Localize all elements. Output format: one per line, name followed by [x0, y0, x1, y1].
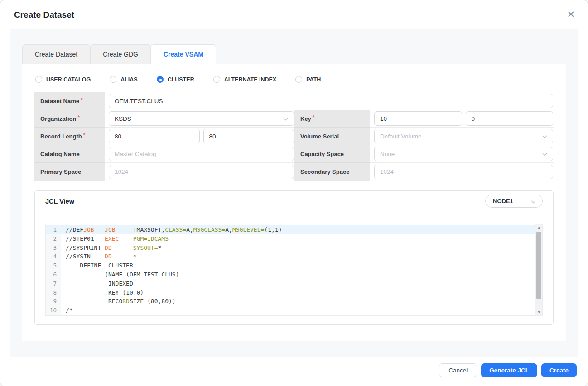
dialog-body-panel: Create Dataset Create GDG Create VSAM US…	[10, 29, 578, 357]
secondary-space-label: Secondary Space	[294, 163, 370, 181]
scrollbar-thumb[interactable]	[536, 232, 541, 299]
key-offset-input[interactable]	[466, 111, 554, 126]
tab-create-vsam[interactable]: Create VSAM	[151, 44, 216, 64]
tab-create-dataset[interactable]: Create Dataset	[22, 44, 90, 64]
line-number: 3	[46, 243, 61, 253]
key-label: Key*	[294, 110, 370, 128]
line-number: 1	[46, 225, 61, 234]
required-asterisk: *	[81, 97, 83, 103]
primary-space-input[interactable]	[109, 165, 294, 179]
node-select[interactable]: NODE1	[485, 195, 543, 208]
line-number: 2	[46, 234, 61, 243]
record-length-cell	[105, 128, 294, 145]
radio-circle-icon	[213, 76, 220, 83]
jcl-code-line[interactable]: 3//SYSPRINT DD SYSOUT=*	[46, 243, 535, 253]
line-number: 7	[46, 279, 61, 288]
secondary-space-cell	[370, 163, 554, 181]
chevron-down-icon	[542, 132, 547, 140]
code-text: RECORDSIZE (80,80))	[61, 297, 176, 306]
dataset-name-label: Dataset Name*	[34, 92, 105, 110]
radio-cluster[interactable]: CLUSTER	[157, 76, 194, 83]
organization-select[interactable]: KSDS	[109, 111, 294, 126]
code-text: //STEP01 EXEC PGM=IDCAMS	[61, 234, 169, 243]
capacity-space-select[interactable]: None	[374, 147, 553, 161]
line-number: 9	[46, 297, 61, 306]
capacity-space-cell: None	[370, 145, 554, 163]
key-length-input[interactable]	[374, 111, 462, 126]
radio-circle-icon	[35, 76, 42, 83]
jcl-code-line[interactable]: 10/*	[46, 306, 535, 315]
jcl-code-line[interactable]: 5 DEFINE CLUSTER -	[46, 261, 535, 270]
volume-serial-cell: Default Volume	[370, 128, 554, 145]
organization-cell: KSDS	[105, 110, 294, 128]
cancel-button[interactable]: Cancel	[439, 363, 477, 377]
create-dataset-dialog: Create Dataset ✕ Create Dataset Create G…	[0, 0, 588, 386]
tab-content-card: USER CATALOG ALIAS CLUSTER ALTERNATE IND…	[22, 64, 566, 341]
code-text: /*	[61, 306, 73, 315]
jcl-code-line[interactable]: 2//STEP01 EXEC PGM=IDCAMS	[46, 234, 535, 243]
jcl-view-title: JCL View	[45, 198, 74, 205]
required-asterisk: *	[83, 132, 86, 138]
jcl-code-line[interactable]: 4//SYSIN DD *	[46, 252, 535, 261]
jcl-view-header: JCL View NODE1	[35, 191, 553, 212]
volume-serial-select[interactable]: Default Volume	[374, 129, 553, 143]
record-length-avg-input[interactable]	[109, 129, 200, 143]
code-text: //DEFJOB JOB TMAXSOFT,CLASS=A,MSGCLASS=A…	[61, 225, 282, 234]
jcl-code-line[interactable]: 1//DEFJOB JOB TMAXSOFT,CLASS=A,MSGCLASS=…	[46, 225, 535, 234]
code-text: INDEXED -	[61, 279, 140, 288]
dialog-footer: Cancel Generate JCL Create	[0, 357, 588, 386]
catalog-name-label: Catalog Name	[34, 145, 105, 163]
code-text: (NAME (OFM.TEST.CLUS) -	[61, 270, 186, 279]
page-title: Create Dataset	[14, 10, 74, 20]
radio-user-catalog[interactable]: USER CATALOG	[35, 76, 91, 83]
catalog-name-input[interactable]	[109, 147, 294, 161]
radio-circle-icon	[110, 76, 116, 83]
jcl-code-line[interactable]: 7 INDEXED -	[46, 279, 535, 288]
required-asterisk: *	[77, 114, 80, 121]
generate-jcl-button[interactable]: Generate JCL	[481, 363, 537, 377]
organization-label: Organization*	[34, 110, 105, 128]
dataset-name-cell	[105, 92, 554, 110]
tab-bar: Create Dataset Create GDG Create VSAM	[10, 29, 578, 64]
jcl-code-lines: 1//DEFJOB JOB TMAXSOFT,CLASS=A,MSGCLASS=…	[46, 225, 535, 315]
scroll-up-icon[interactable]	[535, 224, 542, 231]
secondary-space-input[interactable]	[374, 165, 553, 179]
line-number: 10	[46, 306, 61, 315]
create-button[interactable]: Create	[541, 363, 577, 377]
primary-space-cell	[105, 163, 294, 181]
code-text: KEY (10,0) -	[61, 288, 151, 297]
jcl-code-line[interactable]: 6 (NAME (OFM.TEST.CLUS) -	[46, 270, 535, 279]
jcl-code-editor[interactable]: 1//DEFJOB JOB TMAXSOFT,CLASS=A,MSGCLASS=…	[45, 224, 543, 316]
jcl-view-box: JCL View NODE1 1//DEFJOB JOB TMAXSOFT,CL…	[34, 190, 554, 325]
radio-path[interactable]: PATH	[295, 76, 321, 83]
radio-alternate-index[interactable]: ALTERNATE INDEX	[213, 76, 277, 83]
record-length-label: Record Length*	[34, 128, 105, 145]
line-number: 5	[46, 261, 61, 270]
code-text: DEFINE CLUSTER -	[61, 261, 140, 270]
radio-selected-icon	[157, 76, 164, 83]
line-number: 6	[46, 270, 61, 279]
key-cell	[370, 110, 554, 128]
line-number: 4	[46, 252, 61, 261]
code-text: //SYSPRINT DD SYSOUT=*	[61, 243, 161, 253]
vsam-type-radio-group: USER CATALOG ALIAS CLUSTER ALTERNATE IND…	[34, 64, 554, 92]
primary-space-label: Primary Space	[34, 163, 105, 181]
scroll-down-icon[interactable]	[535, 308, 542, 315]
code-text: //SYSIN DD *	[61, 252, 137, 261]
dataset-name-input[interactable]	[109, 94, 553, 108]
required-asterisk: *	[313, 114, 315, 121]
tab-create-gdg[interactable]: Create GDG	[90, 44, 151, 64]
record-length-max-input[interactable]	[203, 129, 294, 143]
vertical-scrollbar[interactable]	[535, 224, 542, 315]
jcl-code-line[interactable]: 8 KEY (10,0) -	[46, 288, 535, 297]
chevron-down-icon	[542, 150, 547, 158]
jcl-code-line[interactable]: 9 RECORDSIZE (80,80))	[46, 297, 535, 306]
radio-alias[interactable]: ALIAS	[110, 76, 138, 83]
chevron-down-icon	[283, 114, 288, 123]
vsam-form-table: Dataset Name* Organization* KSDS Key*	[34, 92, 554, 181]
capacity-space-label: Capacity Space	[294, 145, 370, 163]
dialog-header: Create Dataset ✕	[0, 0, 588, 29]
chevron-down-icon	[531, 197, 536, 205]
line-number: 8	[46, 288, 61, 297]
close-icon[interactable]: ✕	[567, 10, 575, 19]
